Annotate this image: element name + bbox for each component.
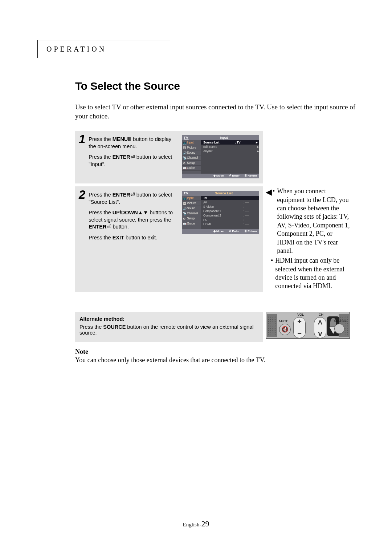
enter-icon: ⏎ [130,154,135,160]
osd-return: Ⅲ Return [245,174,257,178]
step-1-box: 1 Press the MENUⅢ button to display the … [75,131,263,183]
arrow-right-icon: ▸ [257,145,259,149]
osd2-row-tv: TV [201,196,259,200]
t: Press the [89,136,112,142]
enter-icon: ⏎ [130,192,135,198]
osd1-menu-title: Input [220,136,228,140]
osd-screen-1: TV Input 📺Input 🖼Picture 🔊Sound 📡Channel… [182,135,259,178]
enter-key: ENTER [113,154,130,160]
exit-key: EXIT [113,235,124,240]
osd-side-sound: 🔊Sound [182,150,201,155]
manual-page: OPERATION To Select the Source Use to se… [0,0,392,546]
alt-heading: Alternate method: [79,316,258,322]
section-heading-box: OPERATION [37,40,170,58]
t: Press the [89,154,112,160]
remote-illustration: VOL CH MUTE 🔇 + − ʌ v SOURCE [266,312,350,339]
input-icon: 📺 [183,197,186,200]
sound-icon: 🔊 [183,207,186,210]
alt-text: Press the SOURCE button on the remote co… [79,324,258,336]
minus-icon: − [297,329,302,338]
osd-footer: ◆ Move ⏎ Enter Ⅲ Return [182,229,259,234]
picture-icon: 🖼 [183,202,186,205]
enter-key: ENTER [89,224,106,230]
step-1-number: 1 [79,133,85,178]
t: Press the [89,210,112,215]
osd-move: ◆ Move [213,230,224,234]
osd-tv-label: TV [184,136,189,140]
osd-enter: ⏎ Enter [229,230,240,234]
source-label: SOURCE [334,319,347,323]
channel-icon: 📡 [183,156,186,159]
osd-side-guide: 📖Guide [182,221,201,226]
osd-tv-label: TV [184,191,189,195]
osd1-row-editname: Edit Name▸ [201,145,259,149]
mute-icon: 🔇 [279,324,291,335]
t: Press the [89,192,112,198]
menu-key: MENU [113,136,128,142]
section-label: OPERATION [46,45,106,53]
picture-icon: 🖼 [183,146,186,149]
speaker-grille-icon [267,314,277,337]
step-1-row: 1 Press the MENUⅢ button to display the … [75,131,358,183]
osd-side-sound: 🔊Sound [182,206,201,211]
t: Press the [89,235,112,240]
side-note-2: HDMI input can only be selected when the… [275,256,351,291]
step-1-text: Press the MENUⅢ button to display the on… [89,133,182,178]
enter-icon: ⏎ [107,224,111,230]
ch-label: CH [319,313,323,316]
osd2-row-comp2: Component 2: ---- [201,213,259,218]
osd-sidebar: 📺Input 🖼Picture 🔊Sound 📡Channel ⚙Setup 📖… [182,140,201,174]
arrow-right-icon: ▸ [256,140,258,145]
osd-side-channel: 📡Channel [182,211,201,216]
note-text: You can choose only those external devic… [75,356,358,364]
updown-key: UP/DOWN [113,210,138,215]
osd-move: ◆ Move [213,174,224,178]
mute-label: MUTE [279,319,289,323]
side-note: ◀ • When you connect equipment to the LC… [266,186,351,292]
menu-icon: Ⅲ [128,136,131,142]
setup-icon: ⚙ [183,217,186,220]
osd1-row-sourcelist: Source List: TV▸ [201,140,259,145]
guide-icon: 📖 [183,166,186,170]
vol-label: VOL [297,313,304,316]
page-title: To Select the Source [75,80,358,92]
osd1-main: Source List: TV▸ Edit Name▸ Anynet▸ [201,140,259,174]
alternate-row: Alternate method: Press the SOURCE butto… [75,312,358,342]
up-icon: ʌ [318,318,322,326]
sound-icon: 🔊 [183,151,186,154]
down-icon: v [318,329,322,338]
osd-side-input: 📺Input [182,140,201,145]
note-block: Note You can choose only those external … [75,348,358,364]
osd2-row-hdmi: HDMI: ---- [201,222,259,226]
osd-return: Ⅲ Return [245,230,257,234]
left-pointer-icon: ◀ [266,187,272,255]
osd2-header: TV Source List [182,191,259,196]
osd-side-input: 📺Input [182,196,201,201]
osd2-row-pc: PC: ---- [201,218,259,222]
osd-side-setup: ⚙Setup [182,216,201,221]
osd2-row-comp1: Component 1: ---- [201,209,259,213]
osd-side-picture: 🖼Picture [182,201,201,206]
enter-key: ENTER [113,192,130,198]
step-2-row: 2 Press the ENTER⏎ button to select "Sou… [75,186,358,292]
step-2-box: 2 Press the ENTER⏎ button to select "Sou… [75,186,263,292]
bullet-icon: • [273,187,275,255]
guide-icon: 📖 [183,222,186,225]
bullet-icon: • [271,256,273,291]
note-heading: Note [75,348,358,356]
page-number: English-29 [0,519,392,529]
osd-screen-2: TV Source List 📺Input 🖼Picture 🔊Sound 📡C… [182,191,259,287]
osd-side-picture: 🖼Picture [182,145,201,150]
osd1-header: TV Input [182,135,259,140]
osd-footer: ◆ Move ⏎ Enter Ⅲ Return [182,174,259,178]
intro-text: Use to select TV or other external input… [75,102,358,121]
osd-sidebar: 📺Input 🖼Picture 🔊Sound 📡Channel ⚙Setup 📖… [182,196,201,229]
side-note-1: When you connect equipment to the LCD, y… [277,187,351,255]
setup-icon: ⚙ [183,161,186,165]
osd-side-guide: 📖Guide [182,166,201,171]
volume-rocker: + − [293,317,306,338]
osd1-row-anynet: Anynet▸ [201,149,259,153]
channel-icon: 📡 [183,212,186,215]
plus-icon: + [297,318,302,326]
step-2-number: 2 [79,189,85,287]
